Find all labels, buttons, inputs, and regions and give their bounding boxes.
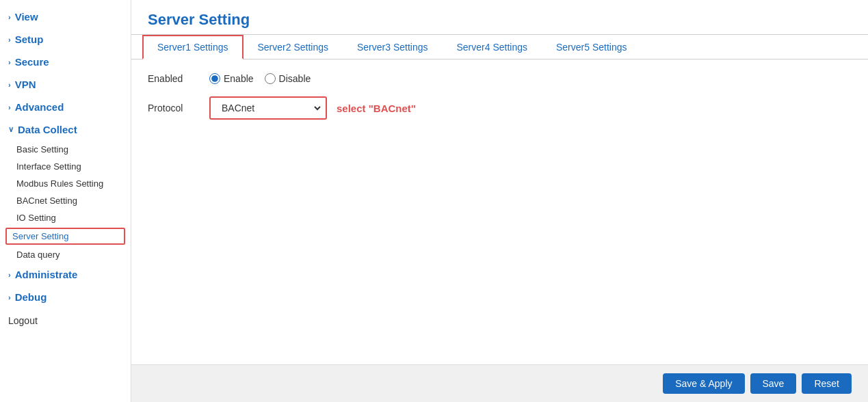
tab-server3[interactable]: Server3 Settings: [343, 36, 443, 59]
tabs-row: Server1 Settings Server2 Settings Server…: [131, 35, 868, 59]
sidebar-item-label: Advanced: [15, 101, 64, 113]
main-content: Server Setting Server1 Settings Server2 …: [131, 0, 868, 402]
enabled-radio-group: Enable Disable: [209, 73, 311, 84]
bottom-bar: Save & Apply Save Reset: [131, 364, 868, 402]
protocol-select[interactable]: BACnet MQTT Modbus TCP HTTP: [213, 99, 323, 117]
disable-radio[interactable]: [265, 73, 276, 84]
sidebar-item-label: Administrate: [15, 269, 78, 280]
tab-server4[interactable]: Server4 Settings: [443, 36, 542, 59]
chevron-right-icon: ›: [8, 271, 11, 279]
chevron-right-icon: ›: [8, 81, 11, 89]
enable-radio[interactable]: [209, 73, 220, 84]
save-apply-button[interactable]: Save & Apply: [663, 373, 744, 394]
protocol-select-wrapper: BACnet MQTT Modbus TCP HTTP: [209, 96, 327, 120]
sidebar-item-data-collect[interactable]: ∨ Data Collect: [0, 118, 131, 141]
sidebar-subitem-server-setting[interactable]: Server Setting: [5, 228, 125, 245]
sidebar-item-label: VPN: [15, 79, 36, 90]
protocol-row: Protocol BACnet MQTT Modbus TCP HTTP sel…: [148, 96, 852, 120]
sidebar-subitem-bacnet-setting[interactable]: BACnet Setting: [0, 192, 131, 209]
sidebar: › View › Setup › Secure › VPN › Advanced…: [0, 0, 131, 402]
sidebar-item-vpn[interactable]: › VPN: [0, 73, 131, 96]
sidebar-item-advanced[interactable]: › Advanced: [0, 96, 131, 118]
sidebar-item-label: Setup: [15, 34, 44, 45]
reset-button[interactable]: Reset: [802, 373, 852, 394]
tab-server5[interactable]: Server5 Settings: [542, 36, 642, 59]
disable-label: Disable: [279, 73, 311, 84]
sidebar-item-label: Secure: [15, 56, 49, 68]
content-area: Enabled Enable Disable Protocol BACnet M…: [131, 59, 868, 364]
logout-link[interactable]: Logout: [0, 308, 131, 333]
chevron-right-icon: ›: [8, 58, 11, 66]
chevron-right-icon: ›: [8, 36, 11, 44]
sidebar-subitem-modbus-rules-setting[interactable]: Modbus Rules Setting: [0, 175, 131, 192]
sidebar-item-debug[interactable]: › Debug: [0, 286, 131, 308]
sidebar-item-label: Data Collect: [18, 124, 77, 135]
protocol-label: Protocol: [148, 103, 209, 113]
sidebar-subitem-basic-setting[interactable]: Basic Setting: [0, 141, 131, 158]
sidebar-item-setup[interactable]: › Setup: [0, 28, 131, 51]
chevron-right-icon: ›: [8, 103, 11, 111]
tab-server2[interactable]: Server2 Settings: [244, 36, 343, 59]
page-title: Server Setting: [131, 0, 868, 34]
enable-label: Enable: [224, 73, 254, 84]
sidebar-subitem-data-query[interactable]: Data query: [0, 246, 131, 263]
tab-server1[interactable]: Server1 Settings: [142, 35, 244, 59]
enabled-label: Enabled: [148, 73, 209, 84]
chevron-down-icon: ∨: [8, 125, 14, 134]
sidebar-item-view[interactable]: › View: [0, 5, 131, 28]
save-button[interactable]: Save: [750, 373, 797, 394]
chevron-right-icon: ›: [8, 13, 11, 21]
sidebar-item-label: Debug: [15, 291, 47, 303]
enable-option[interactable]: Enable: [209, 73, 254, 84]
sidebar-item-secure[interactable]: › Secure: [0, 51, 131, 73]
sidebar-item-administrate[interactable]: › Administrate: [0, 263, 131, 286]
select-hint: select "BACnet": [337, 103, 416, 114]
enabled-row: Enabled Enable Disable: [148, 73, 852, 84]
chevron-right-icon: ›: [8, 293, 11, 302]
sidebar-item-label: View: [15, 11, 38, 23]
sidebar-subitem-io-setting[interactable]: IO Setting: [0, 209, 131, 226]
disable-option[interactable]: Disable: [265, 73, 311, 84]
sidebar-subitem-interface-setting[interactable]: Interface Setting: [0, 158, 131, 175]
